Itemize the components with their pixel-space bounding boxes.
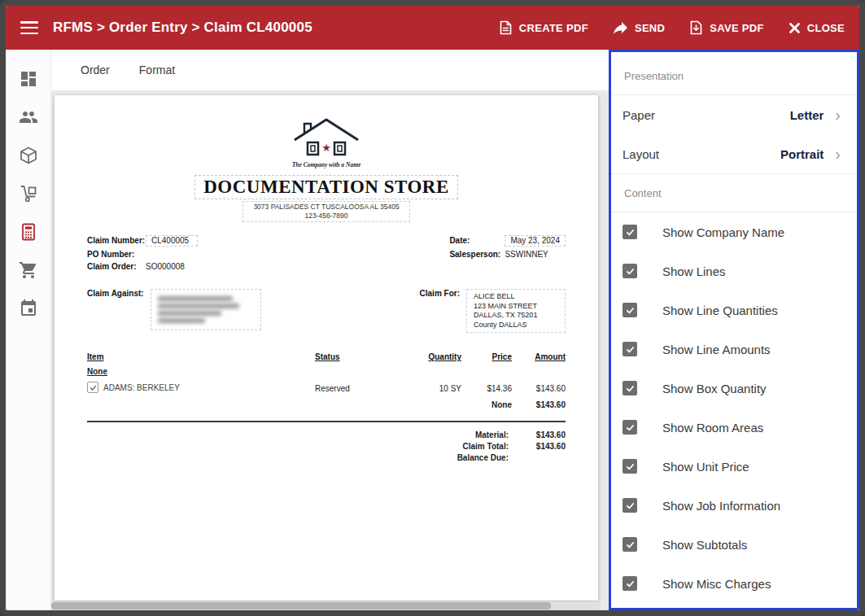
document-preview-area: ★ The Company with a Name DOCUMENTATION …: [51, 90, 609, 610]
total-row-balance-due: Balance Due:: [403, 453, 566, 462]
subtotal-label: None: [461, 400, 512, 409]
checkbox-row-show-line-quantities[interactable]: Show Line Quantities: [611, 291, 857, 330]
claim-order-label: Claim Order:: [87, 262, 146, 271]
checkbox-label: Show Subtotals: [662, 538, 747, 552]
checkbox-checked-icon[interactable]: [623, 420, 637, 435]
store-phone: 123-456-7890: [253, 212, 399, 221]
order-entry-calculator-icon[interactable]: [19, 222, 38, 242]
tab-order[interactable]: Order: [81, 63, 110, 76]
window-frame: RFMS > Order Entry > Claim CL400005 CREA…: [0, 0, 865, 616]
totals-divider: [87, 421, 566, 422]
close-label: CLOSE: [807, 22, 845, 34]
customers-icon[interactable]: [19, 107, 38, 127]
checkbox-label: Show Line Quantities: [662, 304, 778, 317]
main-area: Order Format: [51, 50, 609, 610]
checkbox-checked-icon[interactable]: [623, 381, 637, 395]
claim-for-label: Claim For:: [420, 289, 460, 298]
send-button[interactable]: SEND: [613, 21, 665, 34]
horizontal-scrollbar-thumb[interactable]: [51, 602, 551, 609]
checkbox-label: Show Unit Price: [662, 460, 749, 474]
delivery-icon[interactable]: [19, 184, 38, 203]
total-row-material: Material: $143.60: [403, 430, 566, 439]
chevron-right-icon: ›: [835, 107, 841, 123]
checkbox-row-show-box-quantity[interactable]: Show Box Quantity: [611, 369, 857, 408]
checkbox-checked-icon[interactable]: [623, 537, 637, 552]
tab-format[interactable]: Format: [139, 63, 175, 76]
checkbox-checked-icon[interactable]: [623, 459, 637, 474]
hamburger-menu-icon[interactable]: [20, 21, 38, 34]
paper-value: Letter: [790, 108, 824, 122]
purchasing-cart-icon[interactable]: [19, 260, 38, 280]
format-panel: Presentation Paper Letter › Layout Portr…: [609, 50, 859, 610]
chevron-right-icon: ›: [835, 146, 841, 162]
checkbox-label: Show Misc Charges: [662, 577, 771, 591]
dashboard-icon[interactable]: [19, 69, 38, 89]
claim-for-line: ALICE BELL: [474, 292, 558, 302]
checkbox-label: Show Box Quantity: [662, 382, 767, 395]
checkbox-row-show-room-areas[interactable]: Show Room Areas: [611, 408, 857, 447]
line-checkbox-icon: [87, 382, 98, 393]
claim-fields: Claim Number:CL400005 PO Number: Claim O…: [87, 235, 566, 274]
house-logo-icon: ★: [291, 115, 362, 160]
claim-total-label: Claim Total:: [403, 442, 509, 451]
claim-for-line: County DALLAS: [474, 321, 558, 330]
claim-number-value: CL400005: [146, 235, 198, 247]
checkbox-checked-icon[interactable]: [623, 342, 637, 356]
claim-parties: Claim Against: Claim For:: [87, 289, 566, 333]
checkbox-checked-icon[interactable]: [623, 303, 637, 317]
body: Order Format: [6, 50, 859, 610]
claim-against-label: Claim Against:: [87, 289, 144, 298]
company-logo: ★ The Company with a Name: [87, 115, 566, 168]
claim-fields-right: Date:May 23, 2024 Salesperson:SSWINNEY: [449, 235, 566, 274]
checkbox-row-show-company-name[interactable]: Show Company Name: [611, 212, 857, 251]
checkbox-checked-icon[interactable]: [623, 264, 637, 278]
salesperson-label: Salesperson:: [449, 250, 505, 259]
balance-due-label: Balance Due:: [403, 453, 509, 462]
checkbox-checked-icon[interactable]: [623, 576, 637, 591]
horizontal-scrollbar[interactable]: [51, 601, 601, 610]
line-item-name: ADAMS: BERKELEY: [103, 383, 180, 392]
line-price: $14.36: [461, 384, 512, 393]
checkbox-label: Show Job Information: [662, 499, 780, 513]
salesperson-value: SSWINNEY: [505, 250, 548, 259]
date-value: May 23, 2024: [505, 235, 566, 247]
schedule-calendar-icon[interactable]: [19, 299, 38, 318]
create-pdf-button[interactable]: CREATE PDF: [499, 20, 588, 35]
top-bar: RFMS > Order Entry > Claim CL400005 CREA…: [6, 6, 859, 50]
checkbox-label: Show Line Amounts: [662, 343, 771, 356]
col-header-amount: Amount: [512, 352, 566, 361]
checkbox-row-show-misc-charges[interactable]: Show Misc Charges: [611, 564, 857, 603]
checkbox-row-show-line-amounts[interactable]: Show Line Amounts: [611, 330, 857, 369]
checkbox-row-show-subtotals[interactable]: Show Subtotals: [611, 525, 857, 564]
checkbox-checked-icon[interactable]: [623, 498, 637, 513]
save-pdf-icon: [689, 20, 703, 35]
checkbox-row-show-unit-price[interactable]: Show Unit Price: [611, 447, 857, 486]
checkbox-row-show-lines[interactable]: Show Lines: [611, 251, 857, 291]
material-value: $143.60: [509, 430, 566, 439]
claim-order-value: SO000008: [146, 262, 185, 271]
paper-setting-row[interactable]: Paper Letter ›: [611, 95, 857, 134]
layout-label: Layout: [623, 147, 659, 161]
save-pdf-button[interactable]: SAVE PDF: [689, 20, 763, 35]
checkbox-checked-icon[interactable]: [623, 225, 637, 239]
breadcrumb-title: RFMS > Order Entry > Claim CL400005: [53, 20, 312, 36]
checkbox-row-show-job-information[interactable]: Show Job Information: [611, 486, 857, 525]
layout-setting-row[interactable]: Layout Portrait ›: [611, 134, 857, 173]
col-header-price: Price: [461, 352, 512, 361]
balance-due-value: [509, 453, 566, 462]
claim-number-label: Claim Number:: [87, 236, 146, 245]
po-number-label: PO Number:: [87, 250, 146, 259]
close-button[interactable]: CLOSE: [789, 22, 845, 34]
document-page: ★ The Company with a Name DOCUMENTATION …: [55, 95, 598, 601]
totals-block: Material: $143.60 Claim Total: $143.60 B…: [87, 430, 566, 462]
material-label: Material:: [403, 430, 509, 439]
inventory-icon[interactable]: [19, 146, 38, 165]
create-pdf-icon: [499, 20, 513, 35]
sidebar: [6, 50, 51, 610]
group-label: None: [87, 367, 315, 376]
col-header-item: Item: [87, 352, 315, 361]
header-actions: CREATE PDF SEND SAVE PDF: [499, 20, 845, 35]
claim-for-block: Claim For: ALICE BELL 123 MAIN STREET DA…: [420, 289, 566, 333]
col-header-status: Status: [315, 352, 404, 361]
table-row: ADAMS: BERKELEY: [87, 382, 315, 393]
